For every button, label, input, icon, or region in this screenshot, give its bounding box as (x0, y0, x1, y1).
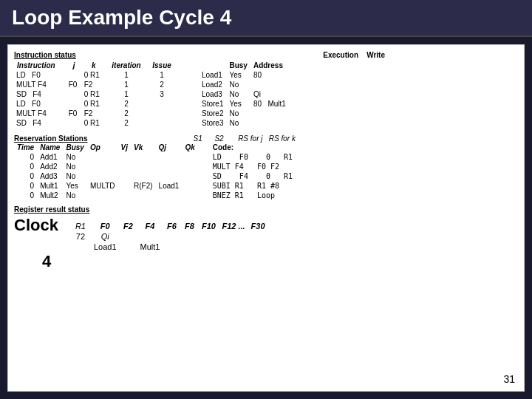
reservation-stations-section: Reservation Stations S1 S2 RS for j RS f… (14, 134, 518, 200)
table-row: Load2 No (199, 80, 289, 89)
register-row: 72 Qi (70, 231, 268, 242)
table-row: MULT F4 F0 F2 2 (14, 109, 177, 118)
page-title: Loop Example Cycle 4 (12, 6, 231, 29)
rs-row: 0 Mult2 No BNEZ R1 Loop (14, 191, 296, 200)
register-value-row: Load1 Mult1 (70, 242, 268, 252)
rs-row: 0 Add3 No SD F4 0 R1 (14, 171, 296, 181)
table-row: Store2 No (199, 109, 289, 118)
clock-value: 4 (42, 252, 51, 271)
table-row: SD F4 0 R1 2 (14, 118, 177, 128)
title-bar: Loop Example Cycle 4 (0, 0, 532, 37)
rs-row: 0 Add2 No MULT F4 F0 F2 (14, 162, 296, 171)
register-result-section: Register result status Clock R1 F0 F2 F4… (14, 205, 518, 271)
col-issue: Issue (147, 61, 177, 70)
col-instruction: Instruction (14, 61, 66, 70)
execution-write-label: Execution Write (323, 51, 385, 59)
col-iteration: iteration (106, 61, 147, 70)
table-row: MULT F4 F0 F2 1 2 (14, 80, 177, 89)
reservation-label: Reservation Stations (14, 134, 87, 143)
register-label: Register result status (14, 205, 89, 214)
fu-table: Busy Address Load1 Yes 80 Load2 No Load3 (199, 61, 289, 128)
register-table: R1 F0 F2 F4 F6 F8 F10 F12 ... F30 72 Qi (70, 221, 268, 252)
rs-row: 0 Mult1 Yes MULTD R(F2) Load1 SUBI R1 R1… (14, 181, 296, 191)
slide-number: 31 (503, 373, 515, 385)
table-row: Store3 No (199, 118, 289, 128)
table-row: LD F0 0 R1 2 (14, 99, 177, 109)
col-k: k (82, 61, 106, 70)
table-row: SD F4 0 R1 1 3 (14, 89, 177, 99)
main-content: Instruction status Execution Write Instr… (7, 44, 525, 392)
instruction-status-label: Instruction status (14, 51, 76, 59)
reservation-table: Time Name Busy Op Vj Vk Qj Qk Code: 0 Ad… (14, 143, 296, 200)
table-row: LD F0 0 R1 1 1 (14, 70, 177, 80)
instruction-table: Instruction j k iteration Issue LD F0 0 … (14, 61, 177, 128)
table-row: Load1 Yes 80 (199, 70, 289, 80)
col-j: j (66, 61, 82, 70)
table-row: Load3 No Qi (199, 89, 289, 99)
table-row: Store1 Yes 80 Mult1 (199, 99, 289, 109)
clock-label: Clock (14, 216, 58, 235)
rs-row: 0 Add1 No LD F0 0 R1 (14, 152, 296, 162)
